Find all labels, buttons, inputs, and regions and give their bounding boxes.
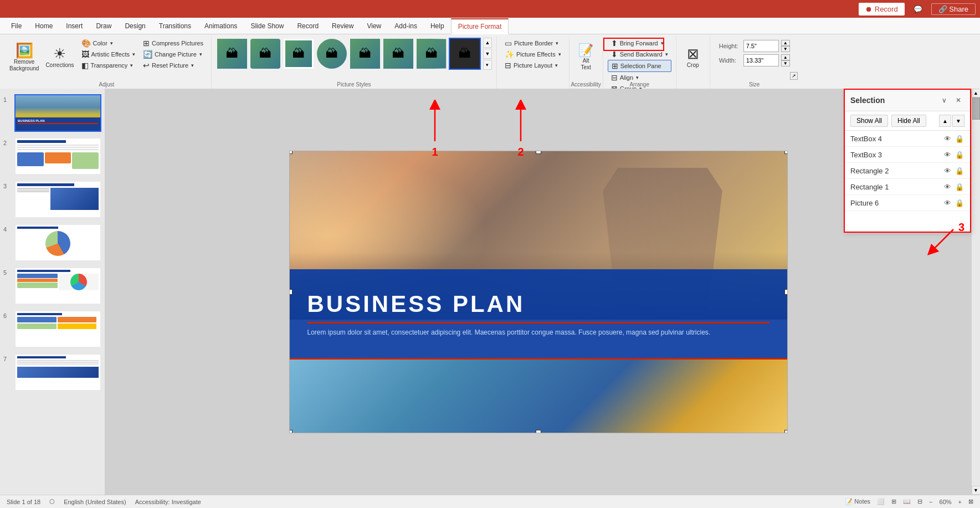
gallery-expand[interactable]: ▾ <box>483 60 492 70</box>
view-reading[interactable]: 📖 <box>903 498 911 505</box>
view-presenter[interactable]: ⊟ <box>917 498 922 505</box>
visibility-icon-rectangle2[interactable]: 👁 <box>942 166 952 176</box>
slide-thumbnail-3[interactable]: 3 <box>2 179 102 219</box>
reset-picture-button[interactable]: ↩ Reset Picture▾ <box>140 60 207 71</box>
tab-insert[interactable]: Insert <box>59 18 89 34</box>
style-item-5[interactable]: 🏔 <box>349 38 381 70</box>
tab-draw[interactable]: Draw <box>89 18 118 34</box>
handle-ml[interactable] <box>289 289 293 295</box>
slide-thumbnail-2[interactable]: 2 <box>2 136 102 176</box>
style-item-8[interactable]: 🏔 <box>449 38 481 70</box>
visibility-icon-textbox3[interactable]: 👁 <box>942 150 952 160</box>
scrollbar-thumb[interactable] <box>972 98 980 120</box>
tab-record[interactable]: Record <box>290 18 325 34</box>
handle-br[interactable] <box>784 430 788 433</box>
picture-layout-button[interactable]: ⊟ Picture Layout▾ <box>501 60 565 71</box>
pane-item-picture6[interactable]: Picture 6 👁 🔒 <box>845 195 970 211</box>
handle-mr[interactable] <box>784 289 788 295</box>
gallery-scroll-up[interactable]: ▲ <box>483 38 492 48</box>
pane-collapse-button[interactable]: ∨ <box>938 94 950 106</box>
pane-item-rectangle1[interactable]: Rectangle 1 👁 🔒 <box>845 179 970 195</box>
tab-addins[interactable]: Add-ins <box>388 18 424 34</box>
lock-icon-textbox4[interactable]: 🔒 <box>955 134 964 143</box>
fit-slide[interactable]: ⊠ <box>968 498 973 505</box>
handle-bm[interactable] <box>536 430 541 433</box>
tab-file[interactable]: File <box>4 18 28 34</box>
style-item-7[interactable]: 🏔 <box>415 38 448 70</box>
visibility-icon-rectangle1[interactable]: 👁 <box>942 182 952 192</box>
width-up[interactable]: ▲ <box>781 54 790 60</box>
style-item-3[interactable]: 🏔 <box>283 38 315 70</box>
send-backward-button[interactable]: ⬇ Send Backward▾ <box>608 49 671 60</box>
gallery-scroll-down[interactable]: ▼ <box>483 49 492 59</box>
color-button[interactable]: 🎨 Color▾ <box>78 38 138 49</box>
slide-thumbnail-5[interactable]: 5 <box>2 266 102 306</box>
lock-icon-rectangle2[interactable]: 🔒 <box>955 166 964 176</box>
height-down[interactable]: ▼ <box>781 46 790 52</box>
lock-icon-textbox3[interactable]: 🔒 <box>955 150 964 160</box>
show-all-button[interactable]: Show All <box>850 115 888 127</box>
hide-all-button[interactable]: Hide All <box>891 115 926 127</box>
visibility-icon-picture6[interactable]: 👁 <box>942 198 952 208</box>
picture-border-button[interactable]: ▭ Picture Border▾ <box>501 38 565 49</box>
width-down[interactable]: ▼ <box>781 60 790 66</box>
scroll-up-button[interactable]: ▲ <box>972 89 981 98</box>
lock-icon-rectangle1[interactable]: 🔒 <box>955 182 964 192</box>
alt-text-button[interactable]: 📝 AltText <box>574 38 598 78</box>
lock-icon-picture6[interactable]: 🔒 <box>955 198 964 208</box>
pane-item-rectangle2[interactable]: Rectangle 2 👁 🔒 <box>845 163 970 179</box>
style-item-4[interactable]: 🏔 <box>316 38 348 70</box>
zoom-in[interactable]: + <box>958 499 962 505</box>
bring-forward-button[interactable]: ⬆ Bring Forward▾ <box>608 38 671 49</box>
tab-picture-format[interactable]: Picture Format <box>451 18 509 34</box>
crop-button[interactable]: ⊠ Crop <box>681 38 705 78</box>
comment-button[interactable]: 💬 <box>909 4 927 14</box>
picture-effects-button[interactable]: ✨ Picture Effects▾ <box>501 49 565 60</box>
handle-tm[interactable] <box>536 151 541 154</box>
tab-transitions[interactable]: Transitions <box>152 18 198 34</box>
scroll-down-button[interactable]: ▼ <box>972 486 981 495</box>
handle-bl[interactable] <box>289 430 293 433</box>
height-up[interactable]: ▲ <box>781 40 790 46</box>
notes-button[interactable]: 📝 Notes <box>845 498 870 505</box>
size-dialog-launcher[interactable]: ↗ <box>790 72 798 80</box>
width-input[interactable] <box>743 54 779 66</box>
visibility-icon-textbox4[interactable]: 👁 <box>942 134 952 143</box>
pane-order-up[interactable]: ▲ <box>939 115 951 127</box>
tab-view[interactable]: View <box>360 18 388 34</box>
view-slide-sorter[interactable]: ⊞ <box>891 498 896 505</box>
slide-thumbnail-6[interactable]: 6 <box>2 309 102 349</box>
artistic-effects-button[interactable]: 🖼 Artistic Effects▾ <box>78 49 138 60</box>
language: English (United States) <box>64 499 126 505</box>
tab-home[interactable]: Home <box>28 18 59 34</box>
view-normal[interactable]: ⬜ <box>877 498 885 505</box>
handle-tl[interactable] <box>289 151 293 154</box>
tab-animations[interactable]: Animations <box>198 18 244 34</box>
style-item-1[interactable]: 🏔 <box>216 38 248 70</box>
tab-design[interactable]: Design <box>118 18 152 34</box>
slide-canvas[interactable]: BUSINESS PLAN Lorem ipsum dolor sit amet… <box>289 151 788 433</box>
share-button[interactable]: 🔗 Share <box>931 3 976 15</box>
pane-close-button[interactable]: ✕ <box>952 94 964 106</box>
compress-pictures-button[interactable]: ⊞ Compress Pictures <box>140 38 207 49</box>
handle-tr[interactable] <box>784 151 788 154</box>
pane-item-textbox4[interactable]: TextBox 4 👁 🔒 <box>845 131 970 147</box>
tab-help[interactable]: Help <box>424 18 451 34</box>
zoom-out[interactable]: − <box>929 499 932 505</box>
style-item-6[interactable]: 🏔 <box>382 38 414 70</box>
slide-thumbnail-1[interactable]: 1 BUSINESS PLAN <box>2 93 102 133</box>
change-picture-button[interactable]: 🔄 Change Picture▾ <box>140 49 207 60</box>
corrections-button[interactable]: ☀ Corrections <box>43 38 76 78</box>
slide-thumbnail-7[interactable]: 7 <box>2 352 102 392</box>
record-button[interactable]: ⏺ Record <box>859 3 905 16</box>
style-item-2[interactable]: 🏔 <box>249 38 281 70</box>
selection-pane-button[interactable]: ⊞ Selection Pane <box>608 60 671 72</box>
tab-review[interactable]: Review <box>325 18 360 34</box>
tab-slideshow[interactable]: Slide Show <box>244 18 290 34</box>
height-input[interactable] <box>743 40 779 52</box>
slide-thumbnail-4[interactable]: 4 <box>2 223 102 263</box>
pane-item-textbox3[interactable]: TextBox 3 👁 🔒 <box>845 147 970 163</box>
remove-background-button[interactable]: 🖼️ RemoveBackground <box>7 38 42 78</box>
transparency-button[interactable]: ◧ Transparency▾ <box>78 60 138 71</box>
pane-order-down[interactable]: ▼ <box>952 115 964 127</box>
